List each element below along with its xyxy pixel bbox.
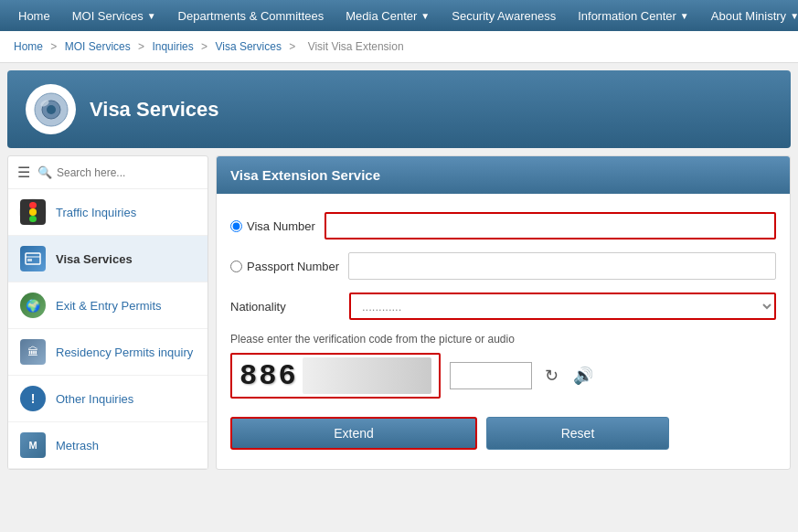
verification-note: Please enter the verification code from … xyxy=(230,333,776,346)
nav-about-ministry[interactable]: About Ministry ▼ xyxy=(700,0,798,31)
svg-point-2 xyxy=(47,105,56,114)
visa-icon xyxy=(19,245,47,272)
svg-rect-6 xyxy=(27,259,32,261)
audio-captcha-button[interactable]: 🔊 xyxy=(569,362,597,389)
sidebar-item-residency[interactable]: 🏛 Residency Permits inquiry xyxy=(8,329,207,376)
passport-number-radio[interactable] xyxy=(230,261,242,272)
verification-row: Please enter the verification code from … xyxy=(230,333,776,399)
nav-moi-services-arrow: ▼ xyxy=(147,11,156,21)
main-content: ☰ 🔍 Traffic Inquiries xyxy=(7,155,791,470)
visa-number-radio[interactable] xyxy=(230,220,242,232)
sidebar-item-traffic[interactable]: Traffic Inquiries xyxy=(8,189,207,236)
search-icon: 🔍 xyxy=(37,165,52,179)
captcha-image: 886 xyxy=(230,353,441,399)
nav-media-center-arrow: ▼ xyxy=(420,11,430,21)
refresh-captcha-button[interactable]: ↻ xyxy=(541,362,562,389)
traffic-icon xyxy=(19,198,47,226)
sidebar-item-other-label: Other Inquiries xyxy=(56,392,133,406)
sidebar-item-visa-label: Visa Services xyxy=(56,252,133,266)
nav-information-center-arrow: ▼ xyxy=(680,11,689,21)
form-title: Visa Extension Service xyxy=(217,156,790,194)
other-inquiries-icon: ! xyxy=(19,385,47,412)
sidebar-item-exit-entry[interactable]: 🌍 Exit & Entry Permits xyxy=(8,282,207,329)
exit-entry-icon: 🌍 xyxy=(19,292,47,319)
sidebar-item-exit-label: Exit & Entry Permits xyxy=(56,299,162,313)
form-body: Visa Number Passport Number Nationality xyxy=(217,194,790,468)
reset-button[interactable]: Reset xyxy=(486,417,669,450)
nationality-row: Nationality ............ xyxy=(230,293,776,320)
visa-number-row: Visa Number xyxy=(230,212,776,239)
breadcrumb-home[interactable]: Home xyxy=(14,40,43,53)
nav-moi-services[interactable]: MOI Services ▼ xyxy=(61,0,167,31)
nav-departments[interactable]: Departments & Committees xyxy=(167,0,335,31)
button-row: Extend Reset xyxy=(230,417,776,450)
extend-button[interactable]: Extend xyxy=(230,417,477,450)
visa-services-icon xyxy=(33,91,69,128)
nav-media-center[interactable]: Media Center ▼ xyxy=(335,0,441,31)
sidebar-item-visa[interactable]: Visa Services xyxy=(8,236,207,282)
sidebar-search-row: ☰ 🔍 xyxy=(8,156,207,189)
page-header-icon xyxy=(26,84,76,134)
captcha-input[interactable] xyxy=(450,362,532,389)
breadcrumb-moi-services[interactable]: MOI Services xyxy=(65,40,131,53)
passport-number-input[interactable] xyxy=(348,252,776,280)
passport-number-radio-label[interactable]: Passport Number xyxy=(230,260,339,273)
breadcrumb: Home > MOI Services > Inquiries > Visa S… xyxy=(0,31,798,63)
form-area: Visa Extension Service Visa Number Passp… xyxy=(216,155,791,470)
breadcrumb-inquiries[interactable]: Inquiries xyxy=(152,40,193,53)
captcha-blur xyxy=(303,357,431,394)
search-input[interactable] xyxy=(57,166,198,179)
top-navigation: Home MOI Services ▼ Departments & Commit… xyxy=(0,0,798,31)
sidebar-item-other[interactable]: ! Other Inquiries xyxy=(8,376,207,422)
sidebar-item-traffic-label: Traffic Inquiries xyxy=(56,206,136,219)
breadcrumb-current: Visit Visa Extension xyxy=(308,40,404,53)
page-header-title: Visa Services xyxy=(90,98,219,122)
metrash-icon: M xyxy=(19,431,47,459)
nationality-label: Nationality xyxy=(230,300,349,314)
nationality-select[interactable]: ............ xyxy=(349,293,776,320)
sidebar-item-residency-label: Residency Permits inquiry xyxy=(56,346,193,359)
residency-icon: 🏛 xyxy=(19,338,47,366)
visa-number-input[interactable] xyxy=(325,212,776,239)
page-header-banner: Visa Services xyxy=(7,70,791,148)
nav-security-awareness[interactable]: Security Awareness xyxy=(441,0,567,31)
sidebar-item-metrash-label: Metrash xyxy=(56,439,99,452)
captcha-text: 886 xyxy=(239,359,298,393)
nav-information-center[interactable]: Information Center ▼ xyxy=(567,0,700,31)
breadcrumb-visa-services[interactable]: Visa Services xyxy=(215,40,281,53)
captcha-actions: ↻ 🔊 xyxy=(541,362,597,389)
visa-number-radio-label[interactable]: Visa Number xyxy=(230,219,315,233)
passport-number-row: Passport Number xyxy=(230,252,776,280)
verification-wrapper: 886 ↻ 🔊 xyxy=(230,353,776,399)
hamburger-icon[interactable]: ☰ xyxy=(17,164,30,181)
nav-about-ministry-arrow: ▼ xyxy=(790,11,798,21)
sidebar: ☰ 🔍 Traffic Inquiries xyxy=(7,155,208,470)
nav-home[interactable]: Home xyxy=(7,0,61,31)
sidebar-item-metrash[interactable]: M Metrash xyxy=(8,422,207,469)
